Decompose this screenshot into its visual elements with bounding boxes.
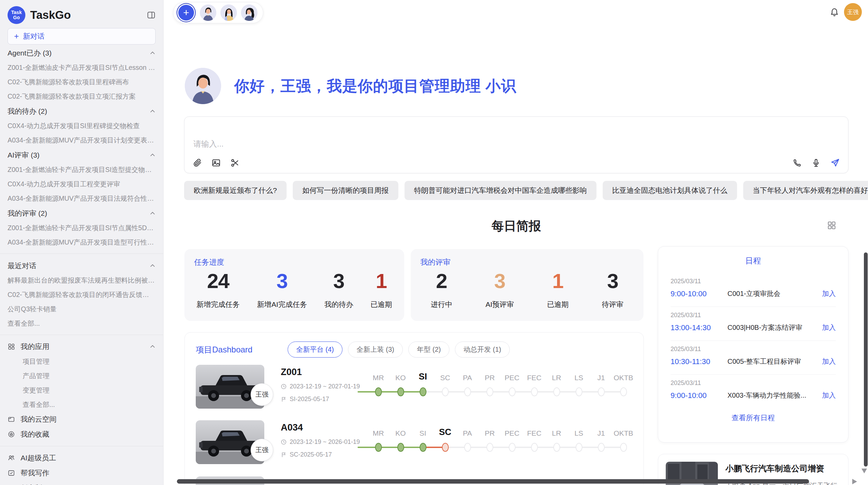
suggestion-chip[interactable]: 如何写一份清晰的项目周报 bbox=[293, 181, 398, 200]
sidebar-task-item[interactable]: C02-飞腾新能源轻客改款项目里程碑画布 bbox=[8, 75, 156, 89]
schedule-name: C003|H0B-方案冻结评审 bbox=[727, 323, 817, 332]
join-link[interactable]: 加入 bbox=[822, 323, 836, 332]
scroll-down-arrow-icon[interactable] bbox=[861, 469, 867, 473]
milestone-pr: PR bbox=[479, 368, 501, 406]
project-dates: 2023-12-19 ~ 2027-01-19 bbox=[281, 383, 360, 390]
schedule-row: 9:00-10:00 C001-立项审批会 加入 bbox=[671, 289, 836, 298]
image-icon[interactable] bbox=[212, 158, 221, 167]
divider bbox=[0, 253, 163, 254]
horizontal-scrollbar-thumb[interactable] bbox=[177, 479, 809, 484]
schedule-item: 2025/03/11 9:00-10:00 X003-车辆动力学性能验... 加… bbox=[671, 375, 836, 408]
vertical-scrollbar-thumb[interactable] bbox=[864, 252, 868, 467]
suggestion-chip[interactable]: 欧洲新规最近颁布了什么? bbox=[184, 181, 287, 200]
send-icon[interactable] bbox=[830, 158, 840, 167]
milestone-dot bbox=[620, 443, 627, 452]
layout-grid-icon[interactable] bbox=[827, 221, 836, 230]
notification-bell-icon[interactable] bbox=[830, 8, 839, 17]
sidebar-item-my-apps[interactable]: 我的应用 bbox=[8, 339, 156, 354]
stat-label: 新增AI完成任务 bbox=[257, 300, 307, 309]
recent-chat-item[interactable]: 公司Q3轻卡销量 bbox=[8, 302, 156, 316]
schedule-date: 2025/03/11 bbox=[671, 380, 836, 387]
date-range: 2023-12-19 ~ 2027-01-19 bbox=[290, 383, 360, 390]
sidebar-item-cloud-space[interactable]: 我的云空间 bbox=[8, 412, 156, 427]
milestone-dot bbox=[464, 387, 471, 396]
my-app-item[interactable]: 查看全部... bbox=[8, 397, 156, 412]
stat-label: 新增完成任务 bbox=[196, 300, 240, 309]
chat-input-card[interactable]: 请输入... bbox=[184, 116, 848, 173]
suggestion-chip[interactable]: 比亚迪全固态电池计划具体说了什么 bbox=[603, 181, 737, 200]
sidebar-item-ai-super-staff[interactable]: AI超级员工 bbox=[8, 450, 156, 465]
stat: 24 新增完成任务 bbox=[196, 270, 240, 309]
attachment-icon[interactable] bbox=[193, 158, 202, 167]
suggestion-chip[interactable]: 特朗普可能对进口汽车增税会对中国车企造成哪些影响 bbox=[405, 181, 596, 200]
my-app-item[interactable]: 产品管理 bbox=[8, 369, 156, 383]
sidebar-item-favorites[interactable]: 我的收藏 bbox=[8, 427, 156, 442]
new-chat-button[interactable]: + 新对话 bbox=[8, 28, 156, 45]
milestone-label: LR bbox=[552, 368, 561, 382]
scroll-right-arrow-icon[interactable] bbox=[852, 479, 857, 484]
sidebar-task-item[interactable]: A034-全新新能源MUV产品开发项目造型可行性评审 bbox=[8, 235, 156, 249]
join-link[interactable]: 加入 bbox=[822, 289, 836, 298]
project-row-z001[interactable]: 王强 Z001 2023-12-19 ~ 2027-01-19 SI-2025-… bbox=[196, 363, 634, 415]
project-row-a034[interactable]: 王强 A034 2023-12-19 ~ 2026-01-19 SC-2025-… bbox=[196, 419, 634, 471]
milestone-label: OKTB bbox=[614, 424, 633, 437]
scissors-icon[interactable] bbox=[230, 158, 240, 167]
chevron-up-icon bbox=[149, 152, 156, 158]
sidebar-task-item[interactable]: A034-全新新能源MUV产品开发项目法规符合性评审 bbox=[8, 191, 156, 206]
recent-chat-item[interactable]: C02-飞腾新能源轻客改款项目的闭环通告反馈情况 bbox=[8, 287, 156, 302]
milestone-dot bbox=[397, 443, 404, 452]
view-all-schedule-link[interactable]: 查看所有日程 bbox=[658, 413, 848, 423]
app-logo: Task Go bbox=[8, 6, 25, 24]
add-member-button[interactable]: + bbox=[178, 5, 194, 21]
milestone-label: J1 bbox=[597, 424, 605, 437]
section-header-agent-done[interactable]: Agent已办 (3) bbox=[8, 45, 156, 60]
stat-label: 我的待办 bbox=[324, 300, 353, 309]
phone-icon[interactable] bbox=[793, 158, 802, 167]
member-avatar-2[interactable] bbox=[220, 4, 237, 21]
schedule-row: 10:30-11:30 C005-整车工程目标评审 加入 bbox=[671, 357, 836, 366]
milestone-mr: MR bbox=[367, 368, 389, 406]
section-header-ai-review[interactable]: AI评审 (3) bbox=[8, 147, 156, 162]
sidebar-collapse-icon[interactable] bbox=[147, 11, 156, 20]
sidebar-task-item[interactable]: Z001-全新燃油轻卡产品开发项目SI造型提交物评审 bbox=[8, 162, 156, 177]
suggestion-chip[interactable]: 当下年轻人对汽车外观有怎样的喜好趋势 bbox=[743, 181, 868, 200]
milestone-strip: MRKOSISCPAPRPECFECLRLSJ1OKTB bbox=[367, 368, 635, 406]
stat-value: 3 bbox=[324, 270, 353, 292]
sidebar-task-item[interactable]: A034-全新新能源MUV产品开发项目计划变更表编写 bbox=[8, 133, 156, 147]
section-header-recent-chats[interactable]: 最近对话 bbox=[8, 258, 156, 273]
people-icon bbox=[8, 454, 15, 462]
my-app-item[interactable]: 变更管理 bbox=[8, 383, 156, 397]
dashboard-tab[interactable]: 全新平台 (4) bbox=[288, 341, 342, 358]
recent-chat-item[interactable]: 查看全部... bbox=[8, 316, 156, 331]
sidebar-item-creative-drawing[interactable]: 创意制图 bbox=[8, 481, 156, 485]
section-header-my-todo[interactable]: 我的待办 (2) bbox=[8, 103, 156, 119]
logo-text-2: Go bbox=[13, 15, 20, 20]
sidebar-task-item[interactable]: C0X4-动力总成开发项目工程变更评审 bbox=[8, 177, 156, 191]
member-avatar-1[interactable] bbox=[200, 4, 216, 21]
section-header-my-review[interactable]: 我的评审 (2) bbox=[8, 206, 156, 221]
sidebar-task-item[interactable]: C0X4-动力总成开发项目SI里程碑提交物检查 bbox=[8, 119, 156, 133]
schedule-title: 日程 bbox=[658, 256, 848, 266]
microphone-icon[interactable] bbox=[811, 158, 821, 167]
user-avatar[interactable]: 王强 bbox=[844, 3, 862, 21]
milestone-label: LS bbox=[575, 424, 583, 437]
milestone-label: SI bbox=[419, 368, 427, 382]
stat-label: 待评审 bbox=[602, 300, 624, 309]
join-link[interactable]: 加入 bbox=[822, 391, 836, 400]
dashboard-tab[interactable]: 年型 (2) bbox=[408, 341, 449, 358]
sidebar-task-item[interactable]: Z001-全新燃油轻卡产品开发项目SI节点属性5D文件评审 bbox=[8, 221, 156, 235]
milestone-label: PA bbox=[463, 368, 472, 382]
milestone-label: J1 bbox=[597, 368, 605, 382]
task-progress-card: 任务进度 24 新增完成任务 3 新增AI完成任务 3 我的待办 1 已逾期 bbox=[184, 249, 404, 321]
member-avatar-3[interactable] bbox=[241, 4, 257, 21]
dashboard-tab[interactable]: 动总开发 (1) bbox=[455, 341, 510, 358]
sidebar-task-item[interactable]: Z001-全新燃油皮卡产品开发项目SI节点Lesson Learn报告 bbox=[8, 60, 156, 75]
join-link[interactable]: 加入 bbox=[822, 357, 836, 366]
sidebar-task-item[interactable]: C02-飞腾新能源轻客改款项目立项汇报方案 bbox=[8, 89, 156, 103]
project-flag: SC-2025-05-17 bbox=[281, 451, 360, 458]
my-review-card: 我的评审 2 进行中 3 AI预评审 1 已逾期 3 待评审 bbox=[411, 249, 643, 321]
my-app-item[interactable]: 项目管理 bbox=[8, 354, 156, 369]
recent-chat-item[interactable]: 解释最新出台的欧盟报废车法规再生塑料比例被调至15%... bbox=[8, 273, 156, 287]
dashboard-tab[interactable]: 全新上装 (3) bbox=[348, 341, 403, 358]
sidebar-item-help-write[interactable]: 帮我写作 bbox=[8, 465, 156, 481]
